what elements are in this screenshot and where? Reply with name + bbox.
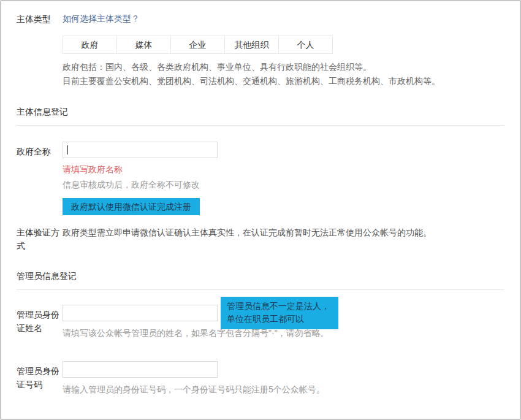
subject-info-section-title: 主体信息登记 (17, 107, 520, 118)
admin-id-hint: 请输入管理员的身份证号码，一个身份证号码只能注册5个公众帐号。 (63, 383, 520, 395)
tooltip-line2: 单位在职员工都可以 (227, 313, 332, 326)
subject-type-label: 主体类型 (17, 12, 63, 26)
admin-id-label: 管理员身份证号码 (17, 361, 63, 391)
subject-type-help-link[interactable]: 如何选择主体类型？ (63, 13, 140, 23)
verify-method-label: 主体验证方式 (17, 223, 63, 253)
subject-type-tabs: 政府 媒体 企业 其他组织 个人 (63, 36, 520, 54)
tooltip-line1: 管理员信息不一定是法人， (227, 300, 332, 313)
subject-type-description: 政府包括：国内、各级、各类政府机构、事业单位、具有行政职能的社会组织等。 目前主… (63, 60, 520, 88)
type-desc-line1: 政府包括：国内、各级、各类政府机构、事业单位、具有行政职能的社会组织等。 (63, 60, 520, 74)
gov-name-input[interactable] (63, 142, 218, 158)
tab-personal[interactable]: 个人 (278, 36, 333, 54)
admin-name-label: 管理员身份证姓名 (17, 305, 63, 335)
tab-government[interactable]: 政府 (63, 36, 117, 54)
tab-enterprise[interactable]: 企业 (170, 36, 225, 54)
gov-name-note: 信息审核成功后，政府全称不可修改 (63, 178, 520, 191)
section-divider (17, 289, 504, 290)
admin-info-section-title: 管理员信息登记 (17, 271, 520, 282)
text-caret (67, 145, 68, 155)
admin-name-tooltip: 管理员信息不一定是法人， 单位在职员工都可以 (221, 297, 338, 329)
verify-method-text: 政府类型需立即申请微信认证确认主体真实性，在认证完成前暂时无法正常使用公众帐号的… (63, 223, 520, 239)
admin-id-input[interactable] (63, 361, 218, 378)
gov-name-label: 政府全称 (17, 142, 63, 158)
tab-other-org[interactable]: 其他组织 (224, 36, 279, 54)
section-divider (17, 125, 504, 126)
subject-type-row: 主体类型 如何选择主体类型？ (1, 1, 520, 26)
admin-id-row: 管理员身份证号码 请输入管理员的身份证号码，一个身份证号码只能注册5个公众帐号。 (1, 361, 520, 395)
gov-name-error: 请填写政府名称 (63, 163, 520, 175)
admin-name-input[interactable] (63, 305, 218, 321)
registration-form-panel: 主体类型 如何选择主体类型？ 政府 媒体 企业 其他组织 个人 政府包括：国内、… (0, 0, 521, 420)
gov-name-row: 政府全称 请填写政府名称 信息审核成功后，政府全称不可修改 政府默认使用微信认证… (1, 142, 520, 215)
type-desc-line2: 目前主要覆盖公安机构、党团机构、司法机构、交通机构、旅游机构、工商税务机构、市政… (63, 74, 520, 88)
wechat-verify-notice-button[interactable]: 政府默认使用微信认证完成注册 (63, 198, 200, 215)
verify-method-row: 主体验证方式 政府类型需立即申请微信认证确认主体真实性，在认证完成前暂时无法正常… (1, 223, 520, 253)
admin-name-row: 管理员身份证姓名 管理员信息不一定是法人， 单位在职员工都可以 请填写该公众帐号… (1, 305, 520, 339)
tab-media[interactable]: 媒体 (116, 36, 171, 54)
